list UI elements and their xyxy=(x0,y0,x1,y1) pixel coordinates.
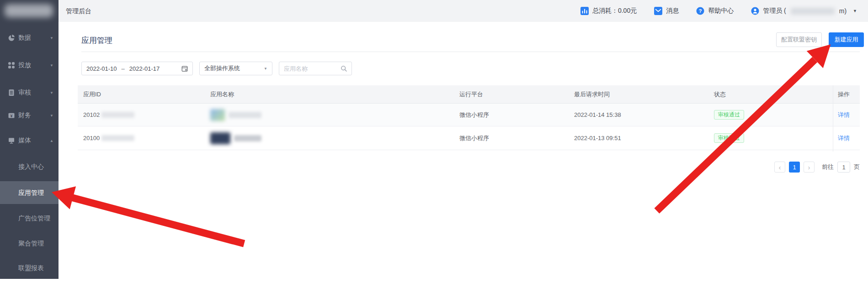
sidebar-item-label: 数据 xyxy=(18,34,31,42)
platform-cell: 微信小程序 xyxy=(459,104,489,126)
redacted-app-name xyxy=(234,135,261,141)
messages-label: 消息 xyxy=(666,7,679,15)
messages-menu-item[interactable]: 消息 xyxy=(654,7,679,15)
sidebar-item-label: 财务 xyxy=(18,111,31,120)
actions-cell: 详情 xyxy=(838,104,850,126)
app-id-cell: 20100 xyxy=(83,126,134,150)
redacted-admin-name xyxy=(791,8,835,15)
svg-text:¥: ¥ xyxy=(10,114,12,118)
app-id-prefix: 20102 xyxy=(83,111,100,118)
os-filter-select[interactable]: 全部操作系统 ▼ xyxy=(199,62,272,75)
app-name-cell xyxy=(210,126,261,150)
page-unit-label: 页 xyxy=(854,163,860,171)
app-name-cell xyxy=(210,104,261,126)
chevron-down-icon: ▼ xyxy=(50,63,53,68)
sidebar-item-label: 媒体 xyxy=(18,136,31,145)
chevron-down-icon: ▼ xyxy=(50,114,53,118)
total-cost-label: 总消耗：0.00元 xyxy=(592,7,637,15)
svg-text:?: ? xyxy=(699,8,702,14)
sidebar-item-label: 审核 xyxy=(18,89,31,97)
os-filter-value: 全部操作系统 xyxy=(204,64,240,73)
fixed-column-divider xyxy=(833,85,833,152)
monitor-icon xyxy=(8,137,15,144)
admin-label-prefix: 管理员 ( xyxy=(763,7,786,15)
mail-icon xyxy=(654,7,662,15)
create-app-button[interactable]: 新建应用 xyxy=(829,32,864,47)
yuan-ticket-icon: ¥ xyxy=(8,112,15,119)
table-header-row: 应用ID 应用名称 运行平台 最后请求时间 状态 操作 xyxy=(78,85,860,104)
chevron-down-icon: ▼ xyxy=(50,36,53,40)
column-header-status: 状态 xyxy=(714,85,726,104)
app-name-search xyxy=(279,62,352,75)
date-range-separator: – xyxy=(122,65,125,72)
pie-chart-icon xyxy=(8,34,15,42)
column-header-last-request: 最后请求时间 xyxy=(574,85,610,104)
sidebar-item-media[interactable]: 媒体 ▲ xyxy=(0,131,59,150)
column-header-app-id: 应用ID xyxy=(83,85,101,104)
question-circle-icon: ? xyxy=(696,7,704,15)
next-page-button[interactable]: › xyxy=(804,162,815,173)
sidebar-item-finance[interactable]: ¥ 财务 ▼ xyxy=(0,106,59,125)
details-link[interactable]: 详情 xyxy=(838,134,850,142)
platform-cell: 微信小程序 xyxy=(459,126,489,150)
column-header-app-name: 应用名称 xyxy=(210,85,234,104)
redacted-app-id xyxy=(101,112,134,118)
admin-console: 管理后台 总消耗：0.00元 消息 ? 帮助中心 xyxy=(0,0,868,288)
top-header: 管理后台 总消耗：0.00元 消息 ? 帮助中心 xyxy=(59,0,868,22)
redacted-app-icon xyxy=(210,109,225,121)
admin-label-suffix: m) xyxy=(839,7,847,15)
page-title: 应用管理 xyxy=(81,35,112,46)
user-circle-icon xyxy=(751,7,759,15)
sidebar-item-delivery[interactable]: 投放 ▼ xyxy=(0,56,59,74)
total-cost-stat[interactable]: 总消耗：0.00元 xyxy=(580,7,637,15)
date-range-picker[interactable]: 2022-01-10 – 2022-01-17 xyxy=(81,62,193,75)
sidebar-item-ad-slot-management[interactable]: 广告位管理 xyxy=(0,209,59,227)
previous-page-button[interactable]: ‹ xyxy=(774,162,785,173)
calendar-icon xyxy=(181,65,188,72)
column-header-platform: 运行平台 xyxy=(459,85,483,104)
redacted-app-id xyxy=(101,135,134,141)
redacted-logo xyxy=(5,4,53,17)
goto-label: 前往 xyxy=(822,163,834,171)
chevron-down-icon: ▼ xyxy=(50,91,53,95)
column-header-actions: 操作 xyxy=(838,85,850,104)
sidebar-item-alliance-report[interactable]: 联盟报表 xyxy=(0,259,59,277)
goto-page-input[interactable] xyxy=(837,162,850,173)
search-icon[interactable] xyxy=(341,65,347,72)
arrow-shaft xyxy=(70,194,245,247)
admin-account-menu[interactable]: 管理员 (m) ▼ xyxy=(751,7,857,15)
last-request-cell: 2022-01-13 09:51 xyxy=(574,126,621,150)
chevron-down-icon: ▼ xyxy=(853,9,857,13)
apps-table: 应用ID 应用名称 运行平台 最后请求时间 状态 操作 20102 微信小程序 … xyxy=(78,85,860,150)
details-link[interactable]: 详情 xyxy=(838,111,850,119)
pagination: ‹ 1 › 前往 页 xyxy=(774,162,860,173)
date-range-end: 2022-01-17 xyxy=(129,65,160,72)
sidebar-item-access-center[interactable]: 接入中心 xyxy=(0,157,59,176)
help-center-label: 帮助中心 xyxy=(708,7,734,15)
sidebar: 数据 ▼ 投放 ▼ 审核 ▼ ¥ 财务 ▼ xyxy=(0,0,59,279)
chevron-up-icon: ▲ xyxy=(50,139,53,143)
status-badge: 审核通过 xyxy=(714,110,744,120)
last-request-cell: 2022-01-14 15:38 xyxy=(574,104,621,126)
sidebar-item-data[interactable]: 数据 ▼ xyxy=(0,29,59,47)
header-right-menu: 总消耗：0.00元 消息 ? 帮助中心 管理员 (m) ▼ xyxy=(580,0,857,22)
redacted-app-icon xyxy=(210,132,230,144)
sidebar-item-review[interactable]: 审核 ▼ xyxy=(0,84,59,102)
redacted-app-name xyxy=(229,112,261,118)
app-id-prefix: 20100 xyxy=(83,135,100,141)
sidebar-item-aggregation-management[interactable]: 聚合管理 xyxy=(0,234,59,252)
status-cell: 审核通过 xyxy=(714,104,744,126)
sidebar-item-label: 投放 xyxy=(18,61,31,69)
clover-grid-icon xyxy=(8,62,15,69)
actions-cell: 详情 xyxy=(838,126,850,150)
document-lines-icon xyxy=(8,89,15,96)
bar-chart-icon xyxy=(580,7,589,15)
chevron-down-icon: ▼ xyxy=(264,67,267,71)
help-center-menu-item[interactable]: ? 帮助中心 xyxy=(696,7,734,15)
app-id-cell: 20102 xyxy=(83,104,134,126)
current-page-button[interactable]: 1 xyxy=(789,162,800,173)
date-range-start: 2022-01-10 xyxy=(86,65,117,72)
app-title: 管理后台 xyxy=(66,0,91,22)
title-divider xyxy=(81,52,860,52)
app-name-search-input[interactable] xyxy=(284,65,334,72)
